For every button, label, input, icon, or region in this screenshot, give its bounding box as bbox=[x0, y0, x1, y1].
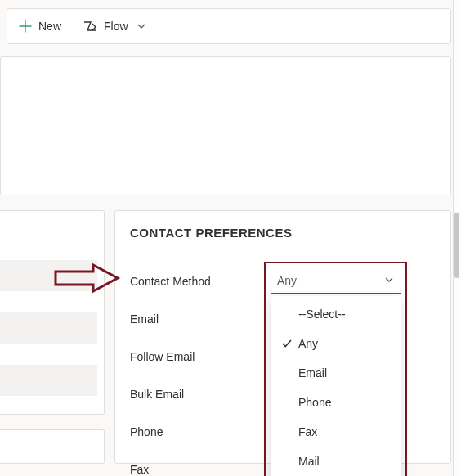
check-icon bbox=[279, 338, 295, 349]
label-contact-method: Contact Method bbox=[130, 275, 277, 288]
scrollbar-thumb[interactable] bbox=[454, 213, 459, 278]
flow-button-label: Flow bbox=[104, 20, 128, 33]
flow-icon bbox=[83, 20, 97, 33]
label-phone: Phone bbox=[130, 425, 277, 438]
chevron-down-icon bbox=[384, 274, 394, 287]
contact-method-selected-value: Any bbox=[277, 274, 297, 287]
plus-icon bbox=[19, 20, 32, 33]
side-panel-lower bbox=[0, 429, 105, 464]
contact-method-dropdown-annotation: Any --Select-- Any Email Phone bbox=[264, 262, 407, 476]
option-email[interactable]: Email bbox=[271, 358, 401, 388]
label-follow-email: Follow Email bbox=[130, 350, 277, 363]
command-bar: New Flow bbox=[7, 8, 451, 44]
option-fax[interactable]: Fax bbox=[271, 417, 401, 447]
contact-method-select[interactable]: Any bbox=[271, 270, 401, 294]
option-any[interactable]: Any bbox=[271, 329, 401, 358]
chevron-down-icon bbox=[135, 21, 146, 31]
label-fax: Fax bbox=[130, 463, 277, 476]
option-mail[interactable]: Mail bbox=[271, 447, 401, 476]
side-field-3[interactable] bbox=[0, 365, 97, 396]
new-button[interactable]: New bbox=[14, 16, 66, 36]
section-title: CONTACT PREFERENCES bbox=[130, 226, 436, 240]
contact-method-options: --Select-- Any Email Phone Fax Mail bbox=[271, 296, 401, 476]
side-field-1[interactable] bbox=[0, 260, 97, 291]
side-panel bbox=[0, 210, 105, 415]
label-email: Email bbox=[130, 312, 277, 326]
blank-panel bbox=[0, 56, 451, 195]
side-field-2[interactable] bbox=[0, 312, 97, 344]
contact-preferences-panel: CONTACT PREFERENCES Contact Method Email… bbox=[114, 210, 451, 464]
label-bulk-email: Bulk Email bbox=[130, 388, 277, 401]
option-phone[interactable]: Phone bbox=[271, 388, 401, 417]
flow-button[interactable]: Flow bbox=[78, 16, 151, 36]
option-select-placeholder[interactable]: --Select-- bbox=[271, 299, 401, 329]
new-button-label: New bbox=[38, 20, 61, 33]
